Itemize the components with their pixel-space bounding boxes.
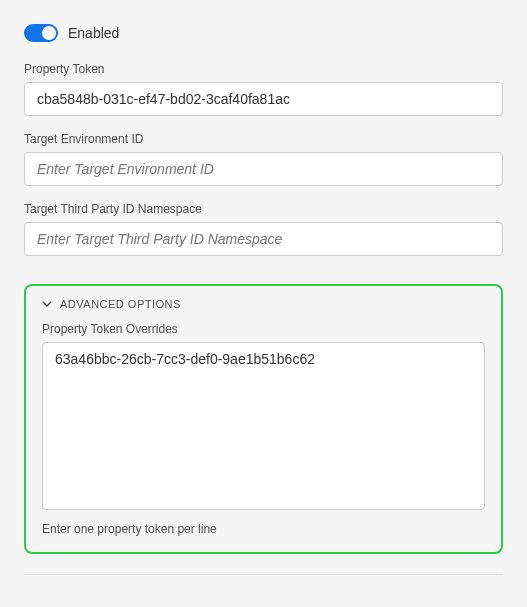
property-token-label: Property Token	[24, 62, 503, 76]
property-token-overrides-label: Property Token Overrides	[42, 322, 485, 336]
toggle-knob	[42, 26, 56, 40]
target-environment-id-label: Target Environment ID	[24, 132, 503, 146]
target-third-party-id-namespace-input[interactable]	[24, 222, 503, 256]
chevron-down-icon	[42, 299, 52, 309]
advanced-options-title: ADVANCED OPTIONS	[60, 298, 181, 310]
property-token-overrides-helper: Enter one property token per line	[42, 522, 485, 536]
enabled-toggle[interactable]	[24, 24, 58, 42]
divider	[24, 574, 503, 575]
enabled-label: Enabled	[68, 25, 119, 41]
property-token-input[interactable]	[24, 82, 503, 116]
property-token-field-group: Property Token	[24, 62, 503, 116]
advanced-options-section: ADVANCED OPTIONS Property Token Override…	[24, 284, 503, 554]
advanced-options-header[interactable]: ADVANCED OPTIONS	[42, 298, 485, 310]
target-third-party-id-namespace-field-group: Target Third Party ID Namespace	[24, 202, 503, 256]
target-environment-id-field-group: Target Environment ID	[24, 132, 503, 186]
target-environment-id-input[interactable]	[24, 152, 503, 186]
target-third-party-id-namespace-label: Target Third Party ID Namespace	[24, 202, 503, 216]
property-token-overrides-textarea[interactable]	[42, 342, 485, 510]
